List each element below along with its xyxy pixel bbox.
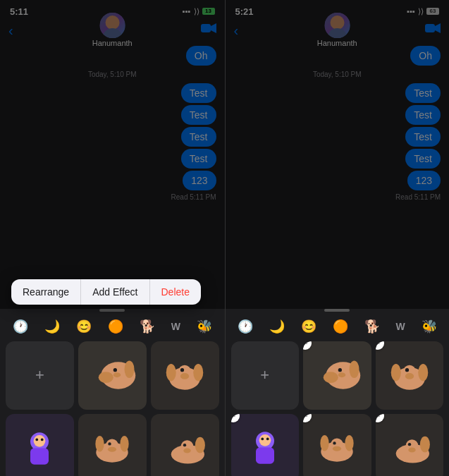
svg-point-50 (321, 435, 329, 451)
sticker-char-right[interactable]: − (231, 414, 300, 477)
tab-moon-right[interactable]: 🌙 (269, 319, 285, 334)
tab-emoji-right[interactable]: 😊 (301, 319, 316, 334)
msg-test2-left: Test (181, 105, 216, 125)
sticker-dog3-right[interactable]: − (303, 414, 371, 477)
svg-marker-31 (435, 23, 441, 33)
read-receipt-left: Read 5:11 PM (8, 193, 216, 201)
contact-center-right[interactable]: Hanumanth (317, 13, 357, 47)
contact-name-left: Hanumanth (92, 39, 133, 47)
svg-marker-1 (211, 23, 216, 33)
svg-point-36 (338, 368, 342, 372)
tab-sticker1-left[interactable]: 🐕 (140, 319, 155, 334)
video-call-icon-left[interactable] (201, 23, 216, 37)
right-panel: 5:21 ▪▪▪ ⟩⟩ 63 ‹ Hanumanth (225, 0, 450, 476)
tab-recent-right[interactable]: 🕐 (238, 319, 253, 334)
tab-emoji-left[interactable]: 😊 (76, 319, 92, 334)
battery-icon-left: 13 (202, 8, 215, 15)
tab-sticker2-right[interactable]: 🐝 (422, 319, 437, 334)
signal-icon-left: ▪▪▪ (183, 7, 191, 16)
status-time-right: 5:21 (235, 6, 254, 17)
svg-point-3 (99, 372, 113, 383)
svg-point-43 (405, 373, 414, 379)
drag-handle-right[interactable] (324, 309, 350, 312)
sticker-dog4-right[interactable]: − (376, 414, 444, 477)
svg-point-7 (113, 372, 121, 377)
sticker-add-button-right[interactable]: + (231, 341, 300, 410)
back-button-left[interactable]: ‹ (8, 23, 13, 37)
nav-header-right: ‹ Hanumanth (226, 20, 450, 42)
nav-header-left: ‹ Hanumanth (0, 20, 225, 42)
svg-point-39 (391, 364, 401, 382)
sticker-dog1-right[interactable]: − (303, 341, 371, 410)
avatar-left (99, 13, 125, 38)
sticker-dog4-left[interactable] (151, 414, 219, 476)
status-icons-right: ▪▪▪ ⟩⟩ 63 (407, 7, 439, 16)
msg-test1-left: Test (181, 83, 216, 103)
svg-rect-30 (425, 24, 435, 32)
wifi-icon-right: ⟩⟩ (418, 7, 424, 16)
sticker-dog1-left[interactable] (78, 341, 147, 410)
drag-handle-left[interactable] (99, 309, 125, 312)
rearrange-button[interactable]: Rearrange (11, 279, 81, 305)
svg-point-42 (405, 368, 409, 372)
msg-test3-left: Test (181, 127, 216, 147)
panel-bottom-left: 🕐 🌙 😊 🟠 🐕 W 🐝 + (0, 309, 225, 476)
tab-moon-left[interactable]: 🌙 (44, 319, 60, 334)
back-button-right[interactable]: ‹ (234, 23, 239, 37)
remove-sticker-dog3-button[interactable]: − (303, 414, 312, 422)
sticker-char-left[interactable] (6, 414, 74, 476)
wifi-icon-left: ⟩⟩ (194, 7, 199, 16)
chevron-left-icon: ‹ (8, 23, 13, 37)
svg-point-46 (259, 434, 271, 446)
svg-point-23 (109, 442, 111, 445)
signal-icon-right: ▪▪▪ (407, 7, 415, 16)
svg-point-13 (180, 373, 189, 379)
svg-point-59 (408, 448, 416, 453)
svg-point-47 (261, 438, 264, 441)
tab-orange-left[interactable]: 🟠 (108, 319, 123, 334)
svg-point-28 (183, 444, 186, 446)
msg-test1-right: Test (405, 83, 441, 103)
msg-test4-left: Test (181, 149, 216, 169)
video-call-icon-right[interactable] (425, 23, 441, 37)
remove-sticker-dog4-button[interactable]: − (376, 414, 384, 422)
tab-orange-right[interactable]: 🟠 (333, 319, 348, 334)
sticker-dog3-left[interactable] (78, 414, 147, 476)
contact-center-left[interactable]: Hanumanth (92, 13, 133, 47)
remove-sticker-dog1-button[interactable]: − (303, 341, 312, 350)
sticker-dog2-right[interactable]: − (376, 341, 444, 410)
contact-name-right: Hanumanth (317, 39, 357, 47)
svg-point-40 (418, 364, 428, 382)
svg-point-58 (408, 443, 411, 446)
svg-point-9 (166, 364, 176, 382)
context-menu-left[interactable]: Rearrange Add Effect Delete (11, 279, 201, 305)
timestamp-right: Today, 5:10 PM (234, 71, 441, 78)
sticker-dog2-left[interactable] (151, 341, 219, 410)
svg-point-10 (193, 364, 203, 382)
remove-sticker-char-button[interactable]: − (231, 414, 240, 422)
svg-point-26 (195, 437, 205, 453)
tab-sticker1-right[interactable]: 🐕 (364, 319, 380, 334)
delete-button[interactable]: Delete (150, 279, 201, 305)
sticker-add-button-left[interactable]: + (6, 341, 74, 410)
tab-w-left[interactable]: W (171, 321, 180, 332)
svg-rect-45 (256, 448, 274, 464)
svg-point-21 (121, 436, 129, 452)
msg-123-left: 123 (183, 171, 216, 190)
svg-point-20 (96, 436, 104, 452)
tab-sticker2-left[interactable]: 🐝 (197, 319, 212, 334)
svg-point-6 (113, 368, 117, 372)
svg-point-54 (333, 446, 341, 451)
svg-point-33 (324, 372, 338, 383)
svg-point-12 (180, 368, 184, 372)
svg-point-17 (36, 438, 39, 441)
tab-recent-left[interactable]: 🕐 (13, 319, 28, 334)
svg-point-18 (41, 438, 44, 441)
tab-w-right[interactable]: W (395, 321, 405, 332)
panel-bottom-right: 🕐 🌙 😊 🟠 🐕 W 🐝 + − (226, 309, 450, 476)
msg-test3-right: Test (405, 127, 441, 147)
svg-rect-15 (30, 448, 49, 464)
emoji-tab-bar-left: 🕐 🌙 😊 🟠 🐕 W 🐝 (0, 315, 225, 338)
add-effect-button[interactable]: Add Effect (81, 279, 149, 305)
remove-sticker-dog2-button[interactable]: − (376, 341, 384, 350)
